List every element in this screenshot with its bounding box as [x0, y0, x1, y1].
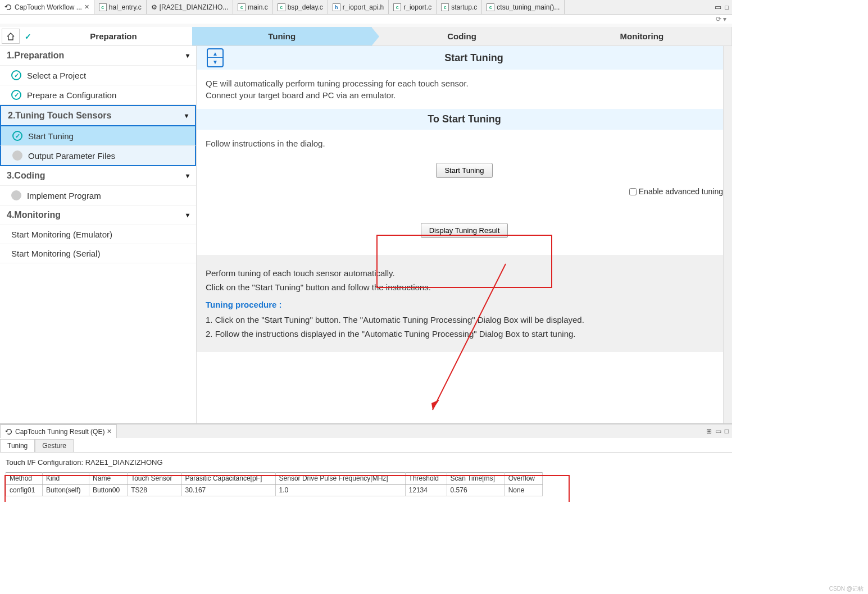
maximize-icon[interactable]: □ [725, 4, 729, 11]
tab-bsp-delay[interactable]: cbsp_delay.c [273, 0, 328, 14]
sidebar-item-label: Select a Project [27, 71, 86, 80]
loop-icon [4, 3, 12, 11]
c-file-icon: c [487, 3, 494, 11]
col-name[interactable]: Name [89, 473, 128, 485]
tab-ioport-api[interactable]: hr_ioport_api.h [328, 0, 389, 14]
bottom-panel: CapTouch Tuning Result (QE) ✕ ⊞ ▭ □ Tuni… [0, 423, 732, 502]
sidebar-item-select-project[interactable]: ✓Select a Project [0, 66, 196, 85]
down-button[interactable]: ▼ [208, 58, 222, 66]
tab-hal-entry[interactable]: chal_entry.c [94, 0, 147, 14]
tuning-result-table: Method Kind Name Touch Sensor Parasitic … [6, 472, 543, 496]
section-coding[interactable]: 3.Coding▾ [0, 166, 196, 186]
panel-tab-result[interactable]: CapTouch Tuning Result (QE) ✕ [0, 424, 117, 438]
chevron-down-icon: ▾ [186, 172, 189, 180]
step-tuning[interactable]: Tuning [192, 27, 372, 45]
chevron-down-icon: ▾ [185, 112, 188, 120]
c-file-icon: c [278, 3, 285, 11]
body-text: Connect your target board and PC via an … [206, 90, 723, 100]
panel-tab-label: CapTouch Tuning Result (QE) [15, 428, 104, 436]
sidebar-item-start-tuning[interactable]: ✓Start Tuning [0, 126, 196, 146]
sidebar-item-output-files[interactable]: Output Parameter Files [0, 146, 196, 166]
sidebar-item-implement[interactable]: Implement Program [0, 186, 196, 205]
up-button[interactable]: ▲ [208, 49, 222, 58]
subtab-gesture[interactable]: Gesture [35, 439, 74, 452]
editor-tabs: CapTouch Workflow ... ✕ chal_entry.c ⚙[R… [0, 0, 732, 15]
subtab-tuning[interactable]: Tuning [0, 439, 35, 452]
h-file-icon: h [333, 3, 340, 11]
chevron-down-icon: ▾ [186, 211, 189, 219]
tab-ioport[interactable]: cr_ioport.c [389, 0, 437, 14]
tab-label: [RA2E1_DIANZIZHO... [160, 3, 229, 11]
section-tuning[interactable]: 2.Tuning Touch Sensors▾ [0, 105, 196, 126]
col-threshold[interactable]: Threshold [405, 473, 447, 485]
sidebar-item-prepare-config[interactable]: ✓Prepare a Configuration [0, 85, 196, 105]
minimize-icon[interactable]: ▭ [715, 427, 721, 435]
tab-startup[interactable]: cstartup.c [437, 0, 482, 14]
col-kind[interactable]: Kind [43, 473, 89, 485]
tab-ra2e1[interactable]: ⚙[RA2E1_DIANZIZHO... [147, 0, 234, 14]
step-preparation[interactable]: Preparation [35, 27, 192, 45]
col-method[interactable]: Method [6, 473, 43, 485]
sidebar-item-label: Start Monitoring (Serial) [11, 249, 100, 258]
c-file-icon: c [441, 3, 449, 11]
sidebar-item-label: Output Parameter Files [28, 151, 115, 161]
section-nav-buttons: ▲ ▼ [207, 48, 224, 67]
tab-label: ctsu_tuning_main()... [497, 3, 560, 11]
info-section: Perform tuning of each touch sensor auto… [197, 255, 732, 352]
col-touch-sensor[interactable]: Touch Sensor [128, 473, 181, 485]
procedure-step: 2. Follow the instructions displayed in … [206, 329, 723, 339]
close-icon[interactable]: ✕ [84, 3, 89, 11]
start-tuning-button[interactable]: Start Tuning [436, 163, 492, 178]
tab-main[interactable]: cmain.c [233, 0, 272, 14]
tab-label: CapTouch Workflow ... [15, 3, 82, 11]
dot-icon [11, 190, 21, 200]
body-text: Follow instructions in the dialog. [206, 139, 723, 148]
check-circle-icon: ✓ [11, 90, 21, 100]
col-frequency[interactable]: Sensor Drive Pulse Frequency[MHz] [275, 473, 405, 485]
chevron-down-icon: ▾ [186, 52, 189, 60]
section-monitoring[interactable]: 4.Monitoring▾ [0, 205, 196, 225]
home-icon [6, 32, 15, 41]
panel-toolbar-icon[interactable]: ⊞ [706, 427, 712, 435]
minimize-icon[interactable]: ▭ [715, 3, 721, 11]
section-preparation[interactable]: 1.Preparation▾ [0, 46, 196, 66]
workflow-steps: ✓ Preparation Tuning Coding Monitoring [0, 27, 732, 46]
check-icon: ✓ [21, 27, 35, 45]
sidebar-item-label: Start Tuning [28, 131, 74, 141]
config-label: Touch I/F Configuration: RA2E1_DIANZIZHO… [6, 458, 726, 467]
col-overflow[interactable]: Overflow [505, 473, 542, 485]
body-text: Click on the "Start Tuning" button and f… [206, 282, 723, 292]
content-pane: ▲ ▼ Start Tuning QE will automatically p… [197, 46, 732, 423]
maximize-icon[interactable]: □ [725, 427, 729, 435]
sidebar-item-monitoring-emu[interactable]: Start Monitoring (Emulator) [0, 225, 196, 244]
sidebar-item-label: Start Monitoring (Emulator) [11, 230, 112, 239]
section-header-to-start: To Start Tuning [197, 109, 732, 130]
tab-captouch-workflow[interactable]: CapTouch Workflow ... ✕ [0, 0, 94, 14]
col-parasitic[interactable]: Parasitic Capacitance[pF] [181, 473, 275, 485]
section-title: Start Tuning [225, 52, 723, 64]
c-file-icon: c [393, 3, 401, 11]
toolbar-icon[interactable]: ⟳ ▾ [716, 15, 726, 23]
close-icon[interactable]: ✕ [107, 428, 112, 435]
tab-ctsu-tuning[interactable]: cctsu_tuning_main()... [482, 0, 565, 14]
section-title: To Start Tuning [206, 113, 723, 125]
tab-label: startup.c [451, 3, 477, 11]
home-button[interactable] [2, 29, 20, 44]
tab-label: main.c [248, 3, 267, 11]
check-circle-icon: ✓ [11, 70, 21, 80]
sidebar-item-monitoring-serial[interactable]: Start Monitoring (Serial) [0, 244, 196, 263]
sidebar-item-label: Implement Program [27, 191, 101, 200]
table-header-row: Method Kind Name Touch Sensor Parasitic … [6, 473, 543, 485]
enable-advanced-label[interactable]: Enable advanced tuning [629, 187, 723, 196]
step-monitoring[interactable]: Monitoring [552, 27, 732, 45]
enable-advanced-checkbox[interactable] [629, 188, 637, 195]
col-scan-time[interactable]: Scan Time[ms] [447, 473, 505, 485]
c-file-icon: c [99, 3, 107, 11]
scrollbar[interactable] [723, 46, 732, 423]
table-row[interactable]: config01 Button(self) Button00 TS28 30.1… [6, 485, 543, 496]
display-tuning-result-button[interactable]: Display Tuning Result [421, 223, 508, 238]
tab-label: r_ioport.c [403, 3, 431, 11]
workflow-sidebar: 1.Preparation▾ ✓Select a Project ✓Prepar… [0, 46, 197, 423]
body-text: Perform tuning of each touch sensor auto… [206, 268, 723, 278]
step-coding[interactable]: Coding [372, 27, 552, 45]
